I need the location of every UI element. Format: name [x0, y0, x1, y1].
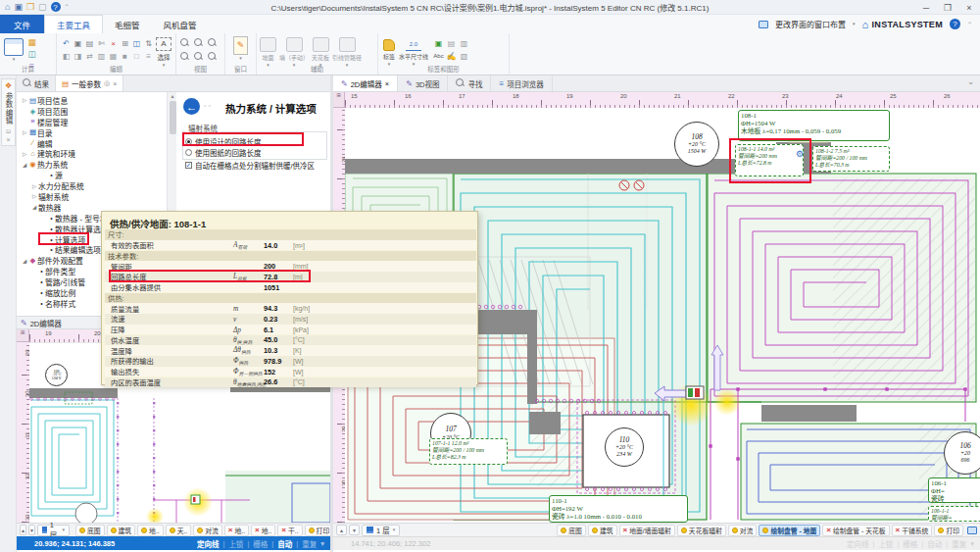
ribbon-help-icon[interactable]: ?	[950, 19, 960, 29]
zoom-icon[interactable]	[208, 38, 221, 52]
plan-label[interactable]: 108-1ΦH=1504 W木地板 λ=0,17 10mm - 0,059 - …	[738, 110, 890, 141]
tree-item-热力系统[interactable]: ◢◉热力系统	[17, 159, 167, 170]
layer-toggle-绘制盘管 - 天花板[interactable]: ×绘制盘管 - 天花板	[822, 525, 889, 536]
zoom-icon[interactable]	[180, 38, 194, 52]
room-label-circle[interactable]: 110+20 °C234 W	[605, 427, 644, 467]
layer-toggle-干铺系统[interactable]: ×干铺系统	[892, 525, 933, 536]
mode-toggle-定向线[interactable]: 定向线	[847, 538, 869, 549]
plan-label[interactable]: 110-1ΦH=192 W瓷砖 λ=1.0 10mm - 0.010 - 0.0…	[549, 495, 688, 523]
radio-icon[interactable]	[185, 149, 192, 156]
zoom-icon[interactable]	[194, 38, 208, 52]
layer-toggle-底图[interactable]: 底图	[75, 525, 105, 536]
mode-toggle-重复[interactable]: 重复	[302, 538, 317, 549]
layer-toggle-打印[interactable]: 打印	[305, 525, 334, 536]
mode-toggle-重复[interactable]: 重复	[952, 538, 966, 549]
layer-toggle-底图[interactable]: 底图	[557, 525, 586, 536]
option-使用图纸的回路长度[interactable]: 使用图纸的回路长度	[185, 147, 262, 158]
layer-toggle-建筑[interactable]: 建筑	[588, 525, 617, 536]
close-tab-icon[interactable]: ×	[113, 80, 117, 87]
editor-tab-2D编辑器[interactable]: ✎2D编辑器×	[333, 75, 398, 91]
mode-toggle-定向线[interactable]: 定向线	[197, 538, 220, 549]
calc-table-icon[interactable]: ▦	[25, 36, 38, 48]
edge-pin-icon[interactable]: ⊡	[6, 127, 11, 134]
option-自动在栅格点处分割辐射供暖/供冷区[interactable]: ✓自动在栅格点处分割辐射供暖/供冷区	[185, 160, 315, 171]
option-使用设计的回路长度[interactable]: 使用设计的回路长度	[185, 136, 262, 147]
tree-item-项目范围[interactable]: ◈项目范围	[17, 106, 167, 117]
layer-toggle-打印[interactable]: 打印	[934, 525, 963, 536]
layer-down-icon[interactable]: ▼	[349, 525, 360, 535]
screen-icon[interactable]	[967, 527, 977, 534]
graphic-tool-icon[interactable]: ▧	[458, 50, 470, 62]
new-file-icon[interactable]: ▢	[38, 3, 47, 12]
floor-selector[interactable]: 1 层▾	[37, 525, 70, 536]
layer-toggle-地..[interactable]: ×地..	[224, 525, 249, 536]
layer-toggle-地..[interactable]: ×地..	[251, 525, 275, 536]
home-icon[interactable]: ⌂	[5, 3, 10, 12]
checkbox-icon[interactable]: ✓	[185, 162, 192, 169]
layer-toggle-绘制盘管 - 地面[interactable]: 绘制盘管 - 地面	[759, 525, 820, 536]
tree-item-辐射系统[interactable]: ▷辐射系统	[17, 191, 167, 202]
ribbon-tab-主要工具[interactable]: 主要工具	[44, 15, 103, 33]
tree-item-楼层管理[interactable]: ≡楼层管理	[17, 117, 167, 127]
graphic-tool-icon[interactable]: ▤	[445, 37, 458, 49]
mode-toggle-上锁[interactable]: 上锁	[878, 538, 893, 549]
mode-toggle-上锁[interactable]: 上锁	[228, 538, 243, 549]
tree-item-建筑和环境[interactable]: ▷⌂建筑和环境	[17, 148, 167, 159]
floor-selector[interactable]: 1 层▾	[362, 525, 400, 536]
plan-label[interactable]: 106-1-1管间距=	[928, 506, 980, 522]
editor-tab-3D视图[interactable]: ✎3D视图	[398, 75, 448, 91]
layer-toggle-天花板辐射[interactable]: 天花板辐射	[677, 525, 726, 536]
layer-toggle-地..[interactable]: 地..	[137, 525, 164, 536]
tree-expander-icon[interactable]: ▷	[30, 193, 38, 199]
maximize-button[interactable]: ❐	[937, 0, 958, 15]
edge-close-icon[interactable]: ×	[6, 136, 10, 143]
scroll-thumb[interactable]	[170, 101, 176, 134]
graphic-tool-icon[interactable]: ▥	[458, 37, 470, 49]
ribbon-tab-风机盘管[interactable]: 风机盘管	[152, 15, 209, 33]
select-button[interactable]: A选择▾	[156, 33, 172, 68]
layer-up-icon[interactable]: ▲	[336, 525, 347, 535]
plan-label[interactable]: 108-1-1 14.0 m²管间距=200 mmL总长=72.8 m	[735, 144, 804, 176]
room-label-circle[interactable]: 106+20696	[944, 431, 980, 475]
editor-tab-寻找[interactable]: 寻找	[448, 75, 491, 91]
mode-toggle-栅格[interactable]: 栅格	[253, 538, 268, 549]
layout-button[interactable]: 更改界面的窗口布置	[775, 19, 846, 29]
gear-icon[interactable]: ⚙	[796, 150, 804, 159]
tree-item-目录[interactable]: ▷▦目录	[17, 127, 167, 138]
tree-item-源[interactable]: •源	[17, 170, 167, 180]
minimize-button[interactable]: ─	[915, 0, 937, 15]
layer-toggle-建筑[interactable]: 建筑	[107, 525, 136, 536]
layer-toggle-干..[interactable]: ×干..	[277, 525, 302, 536]
tree-expander-icon[interactable]: ◢	[21, 162, 28, 168]
tree-item-水力分配系统[interactable]: ▷水力分配系统	[17, 180, 167, 191]
modes-dropdown-icon[interactable]: ▾	[320, 539, 324, 548]
close-tab-icon[interactable]: ×	[385, 79, 389, 88]
plan-label[interactable]: 106-1ΦH=瓷砖	[928, 477, 980, 503]
label-button-水平尺寸线[interactable]: 2.0水平尺寸线▾	[399, 35, 428, 67]
room-label-circle[interactable]: 108+20 °C1504 W	[674, 122, 719, 167]
dock-tab-结果[interactable]: 结果	[17, 75, 56, 91]
tree-expander-icon[interactable]: ▷	[21, 97, 28, 103]
tabbar-overflow-icon[interactable]: ⌄	[961, 75, 980, 91]
layer-toggle-对流[interactable]: 对流	[728, 525, 758, 536]
window-button[interactable]: ✎▾	[225, 33, 256, 61]
mode-toggle-自动[interactable]: 自动	[277, 538, 292, 549]
scroll-up-icon[interactable]: ▲	[168, 93, 177, 99]
layer-toggle-地面/墙面辐射[interactable]: ×地面/墙面辐射	[619, 525, 675, 536]
mini-room-label[interactable]: 108 +20 °C 1504 W	[45, 364, 68, 386]
back-button[interactable]: ←	[183, 98, 200, 115]
modes-dropdown-icon[interactable]: ▾	[970, 539, 974, 548]
ribbon-tab-毛细管[interactable]: 毛细管	[103, 15, 152, 33]
save-icon[interactable]: ▣	[14, 3, 23, 12]
help-icon[interactable]: ?	[51, 2, 61, 12]
tree-expander-icon[interactable]: ◢	[30, 204, 38, 210]
file-tab[interactable]: 文件	[0, 15, 44, 33]
plan-label[interactable]: 107-1-1 12.0 m²管间距=200 / 100 mmL总长=82.3 …	[429, 438, 508, 465]
edge-tab-parameter-editor[interactable]: ❖ 参数编辑 ⊡ ×	[1, 78, 16, 146]
mode-toggle-栅格[interactable]: 栅格	[903, 538, 917, 549]
dock-tab-一般参数[interactable]: ▤一般参数◎×	[56, 75, 123, 91]
edit-tool-icon[interactable]: ≡	[142, 50, 155, 62]
layer-toggle-天..[interactable]: 天..	[166, 525, 192, 536]
layer-up-icon[interactable]: ▲	[20, 525, 26, 535]
editor-tab-项目浏览器[interactable]: ≡项目浏览器	[491, 75, 552, 91]
